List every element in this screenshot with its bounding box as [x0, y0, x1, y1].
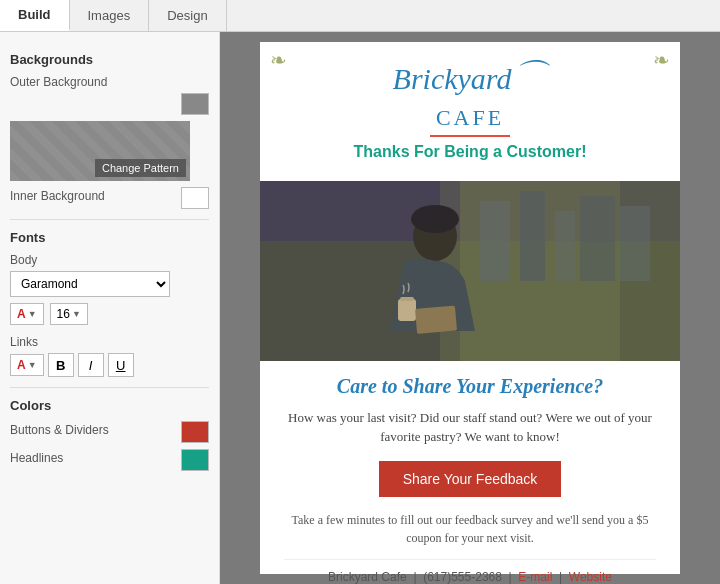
links-section: Links A ▼ B I U	[10, 335, 209, 377]
outer-bg-label: Outer Background	[10, 75, 209, 89]
footer-cafe: Brickyard Cafe	[328, 570, 407, 584]
inner-bg-swatch[interactable]	[181, 187, 209, 209]
corner-decoration-tl: ❧	[270, 48, 287, 72]
divider-2	[10, 387, 209, 388]
email-header: ❧ ❧ Brickyard⌒ CAFE Thanks For Being a C…	[260, 42, 680, 181]
backgrounds-title: Backgrounds	[10, 52, 209, 67]
email-tagline: Thanks For Being a Customer!	[280, 143, 660, 161]
footer-phone: (617)555-2368	[423, 570, 502, 584]
headlines-color-row: Headlines	[10, 449, 209, 471]
tab-design[interactable]: Design	[149, 0, 226, 31]
bold-button[interactable]: B	[48, 353, 74, 377]
font-size-button[interactable]: 16 ▼	[50, 303, 88, 325]
headlines-label: Headlines	[10, 451, 63, 465]
brand-title: Brickyard⌒ CAFE	[280, 58, 660, 131]
underline-button[interactable]: U	[108, 353, 134, 377]
tab-images[interactable]: Images	[70, 0, 150, 31]
inner-bg-row: Inner Background	[10, 187, 209, 209]
care-heading: Care to Share Your Experience?	[284, 375, 656, 398]
body-text: How was your last visit? Did our staff s…	[284, 408, 656, 447]
share-feedback-button[interactable]: Share Your Feedback	[379, 461, 562, 497]
link-format-buttons: A ▼ B I U	[10, 353, 209, 377]
link-color-chevron: ▼	[28, 360, 37, 370]
colors-title: Colors	[10, 398, 209, 413]
pattern-preview: Change Pattern	[10, 121, 190, 181]
email-hero-image	[260, 181, 680, 361]
tab-build[interactable]: Build	[0, 0, 70, 31]
italic-icon: I	[89, 358, 93, 373]
footer-email-link[interactable]: E-mail	[518, 570, 552, 584]
buttons-color-swatch[interactable]	[181, 421, 209, 443]
hero-svg	[260, 181, 680, 361]
brand-underline	[430, 135, 510, 137]
links-label: Links	[10, 335, 209, 349]
buttons-dividers-label: Buttons & Dividers	[10, 423, 109, 437]
email-body: Care to Share Your Experience? How was y…	[260, 361, 680, 584]
underline-icon: U	[116, 358, 125, 373]
email-preview: ❧ ❧ Brickyard⌒ CAFE Thanks For Being a C…	[260, 42, 680, 574]
svg-rect-14	[260, 181, 680, 361]
email-footer: Brickyard Cafe | (617)555-2368 | E-mail …	[284, 559, 656, 584]
outer-bg-row	[10, 93, 209, 115]
headlines-color-swatch[interactable]	[181, 449, 209, 471]
right-panel: ❧ ❧ Brickyard⌒ CAFE Thanks For Being a C…	[220, 32, 720, 584]
survey-text: Take a few minutes to fill out our feedb…	[284, 511, 656, 547]
footer-website-link[interactable]: Website	[569, 570, 612, 584]
brand-cafe: CAFE	[436, 105, 504, 130]
fonts-title: Fonts	[10, 230, 209, 245]
tab-bar: Build Images Design	[0, 0, 720, 32]
font-size-value: 16	[57, 307, 70, 321]
font-a-icon: A	[17, 307, 26, 321]
corner-decoration-tr: ❧	[653, 48, 670, 72]
link-color-button[interactable]: A ▼	[10, 354, 44, 376]
inner-bg-label: Inner Background	[10, 189, 105, 203]
font-size-chevron: ▼	[72, 309, 81, 319]
main-area: Backgrounds Outer Background Change Patt…	[0, 32, 720, 584]
font-controls: A ▼ 16 ▼	[10, 303, 209, 325]
left-panel: Backgrounds Outer Background Change Patt…	[0, 32, 220, 584]
change-pattern-button[interactable]: Change Pattern	[95, 159, 186, 177]
brand-name: Brickyard⌒	[393, 62, 548, 95]
font-color-button[interactable]: A ▼	[10, 303, 44, 325]
link-a-icon: A	[17, 358, 26, 372]
font-select[interactable]: Garamond	[10, 271, 170, 297]
font-color-chevron: ▼	[28, 309, 37, 319]
divider-1	[10, 219, 209, 220]
body-font-label: Body	[10, 253, 209, 267]
bold-icon: B	[56, 358, 65, 373]
buttons-color-row: Buttons & Dividers	[10, 421, 209, 443]
outer-bg-swatch[interactable]	[181, 93, 209, 115]
italic-button[interactable]: I	[78, 353, 104, 377]
